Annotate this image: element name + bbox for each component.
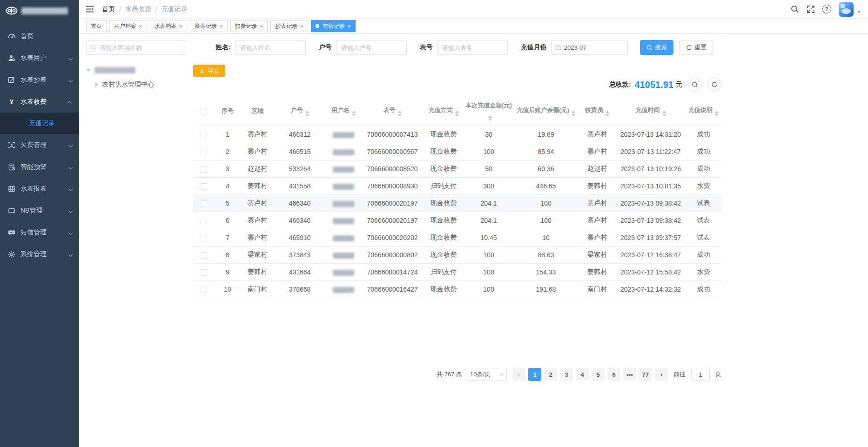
tab-home[interactable]: 首页 (86, 20, 107, 32)
tree-node-root[interactable] (86, 65, 186, 76)
col-balance[interactable]: 充值后账户余额(元) (513, 96, 579, 126)
sort-icon[interactable] (305, 111, 309, 116)
search-icon[interactable] (791, 5, 799, 13)
col-time[interactable]: 充值时间 (616, 96, 686, 126)
cell-method: 现金收费 (423, 143, 464, 160)
row-checkbox[interactable] (201, 269, 207, 276)
total-label: 总收款: (609, 80, 631, 89)
sort-icon[interactable] (662, 111, 666, 116)
row-checkbox[interactable] (201, 200, 207, 207)
col-account[interactable]: 户号 (274, 96, 325, 126)
close-icon[interactable]: × (260, 23, 263, 29)
cell-collector: 南门村 (579, 281, 616, 298)
sidebar-collapse-icon[interactable] (86, 6, 94, 13)
avatar[interactable] (839, 2, 854, 17)
col-note[interactable]: 充值说明 (686, 96, 721, 126)
row-checkbox[interactable] (201, 252, 207, 259)
row-checkbox[interactable] (201, 149, 207, 155)
col-amount[interactable]: 本次充值金额(元) (464, 96, 513, 126)
page-button-4[interactable]: 4 (576, 368, 589, 381)
toggle-search-button[interactable] (688, 78, 702, 92)
name-input[interactable] (235, 40, 306, 55)
sort-icon[interactable] (398, 111, 402, 116)
meter-input[interactable] (437, 40, 508, 55)
sort-icon[interactable] (455, 111, 459, 116)
month-input[interactable] (564, 44, 624, 51)
sidebar-item-nb[interactable]: NB管理 (0, 200, 79, 221)
more-pages-button[interactable]: ••• (623, 368, 636, 381)
select-all-checkbox[interactable] (201, 108, 207, 114)
close-icon[interactable]: × (347, 23, 351, 29)
region-search-input[interactable] (100, 44, 182, 51)
close-icon[interactable]: × (139, 23, 142, 29)
page-button-6[interactable]: 6 (607, 368, 620, 381)
caret-down-icon (86, 69, 91, 72)
tab-deduction-records[interactable]: 扣费记录× (230, 20, 268, 32)
cell-note: 水费 (686, 178, 721, 195)
cell-username (325, 281, 362, 298)
cell-note: 成功 (686, 143, 721, 160)
month-picker[interactable] (551, 40, 628, 55)
tab-user-archive[interactable]: 用户档案× (109, 20, 147, 32)
sort-icon[interactable] (606, 111, 609, 116)
sidebar-item-water-users[interactable]: 水表用户 (0, 47, 79, 69)
col-meter[interactable]: 表号 (362, 96, 423, 126)
chevron-down-icon[interactable] (857, 11, 861, 13)
sidebar-item-home[interactable]: 首页 (0, 25, 79, 47)
cell-account: 466312 (274, 126, 325, 143)
export-button[interactable]: 导出 (193, 65, 225, 77)
row-checkbox[interactable] (201, 166, 207, 173)
goto-page-input[interactable] (691, 368, 710, 381)
sidebar-item-smart-alert[interactable]: 智能预警 (0, 156, 79, 178)
close-icon[interactable]: × (179, 23, 183, 29)
tab-recharge-records[interactable]: 充值记录× (311, 20, 356, 32)
reset-button[interactable]: 重置 (680, 40, 713, 55)
close-icon[interactable]: × (219, 23, 223, 29)
sidebar-item-reports[interactable]: 水表报表 (0, 178, 79, 200)
sidebar-item-system[interactable]: 系统管理 (0, 243, 79, 265)
tab-meter-change-records[interactable]: 换表记录× (190, 20, 228, 32)
close-icon[interactable]: × (300, 23, 303, 29)
tab-reading-records[interactable]: 抄表记录× (270, 20, 308, 32)
refresh-table-button[interactable] (707, 78, 721, 92)
cell-seq: 4 (215, 178, 241, 195)
fullscreen-icon[interactable] (807, 5, 815, 13)
col-username[interactable]: 用户名 (325, 96, 362, 126)
prev-page-button[interactable]: ‹ (512, 368, 525, 381)
account-input[interactable] (336, 40, 407, 55)
search-button[interactable]: 搜索 (640, 40, 673, 55)
sort-icon[interactable] (572, 111, 575, 116)
magnifier-icon (692, 81, 698, 88)
cell-method: 现金收费 (423, 195, 464, 212)
cell-balance: 88.63 (513, 247, 579, 264)
sort-icon[interactable] (488, 115, 492, 121)
next-page-button[interactable]: › (655, 368, 668, 381)
col-collector[interactable]: 收费员 (579, 96, 616, 126)
row-checkbox[interactable] (201, 183, 207, 190)
sidebar-item-sms[interactable]: 短信管理 (0, 221, 79, 243)
breadcrumb-home[interactable]: 首页 (102, 5, 115, 13)
row-checkbox[interactable] (201, 132, 207, 138)
col-method[interactable]: 充值方式 (423, 96, 464, 126)
cell-balance: 10 (513, 229, 579, 247)
row-checkbox[interactable] (201, 287, 207, 293)
sidebar-item-meter-reading[interactable]: 水表抄表 (0, 69, 79, 91)
sidebar-item-label: 首页 (20, 32, 72, 40)
page-size-select[interactable]: 10条/页 (466, 368, 507, 381)
tree-node-rural-water-center[interactable]: 农村供水管理中心 (86, 79, 186, 90)
sidebar-subitem-recharge-records[interactable]: 充值记录 (0, 113, 79, 134)
sidebar-item-arrears[interactable]: 欠费管理 (0, 134, 79, 156)
row-checkbox[interactable] (201, 235, 207, 241)
page-button-5[interactable]: 5 (592, 368, 605, 381)
page-button-3[interactable]: 3 (560, 368, 573, 381)
page-button-2[interactable]: 2 (544, 368, 557, 381)
cell-time: 2023-07-12 14:32:32 (616, 281, 686, 298)
page-button-1[interactable]: 1 (528, 368, 541, 381)
sort-icon[interactable] (352, 111, 356, 116)
row-checkbox[interactable] (201, 218, 207, 224)
help-icon[interactable]: ? (822, 5, 831, 13)
page-button-77[interactable]: 77 (639, 368, 652, 381)
tab-meter-archive[interactable]: 水表档案× (150, 20, 188, 32)
sort-icon[interactable] (715, 111, 719, 116)
sidebar-item-meter-fees[interactable]: ¥ 水表收费 (0, 91, 79, 113)
